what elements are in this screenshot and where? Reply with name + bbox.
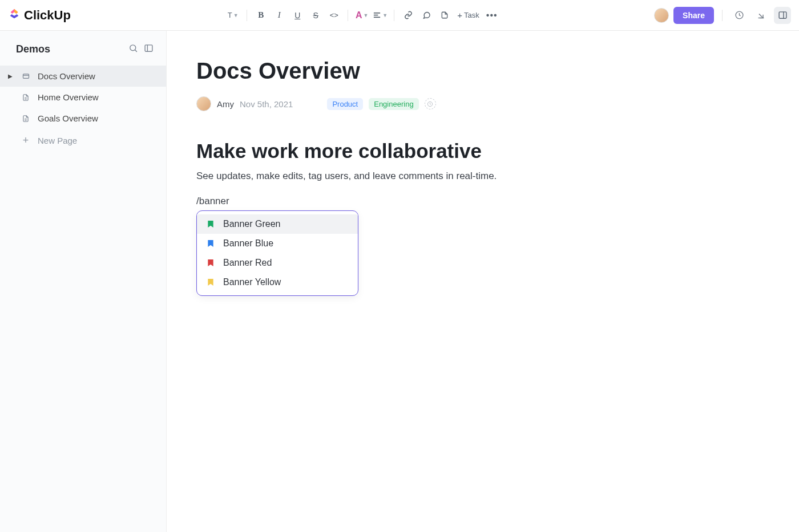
italic-button[interactable]: I — [271, 7, 287, 23]
tag-product[interactable]: Product — [327, 98, 363, 110]
doc-date: Nov 5th, 2021 — [240, 99, 293, 109]
separator — [247, 10, 247, 21]
chevron-down-icon: ▼ — [382, 13, 388, 18]
plus-icon: + — [21, 135, 31, 147]
bookmark-icon — [206, 219, 215, 229]
svg-rect-8 — [145, 45, 152, 51]
text-style-button[interactable]: T▼ — [225, 7, 241, 23]
search-icon[interactable] — [128, 43, 138, 55]
slash-menu: Banner Green Banner Blue Banner Red Bann… — [196, 210, 358, 296]
toolbar-right: Share — [654, 7, 791, 24]
menu-item-label: Banner Green — [223, 219, 281, 229]
doc-stack-icon — [21, 72, 31, 80]
add-task-button[interactable]: +Task — [455, 7, 482, 23]
page-button[interactable] — [437, 7, 453, 23]
menu-item-banner-blue[interactable]: Banner Blue — [197, 234, 358, 253]
menu-item-label: Banner Red — [223, 258, 272, 268]
toolbar-center: T▼ B I U S <> A▼ ▼ — [71, 7, 654, 23]
menu-item-label: Banner Yellow — [223, 277, 281, 287]
chevron-down-icon: ▼ — [364, 13, 369, 18]
svg-rect-10 — [23, 74, 29, 79]
link-button[interactable] — [400, 7, 416, 23]
doc-meta: Amy Nov 5th, 2021 Product Engineering — [196, 96, 710, 111]
font-color-button[interactable]: A▼ — [354, 7, 370, 23]
chevron-down-icon: ▼ — [233, 13, 239, 18]
brand: ClickUp — [8, 7, 71, 23]
separator — [722, 10, 723, 21]
code-button[interactable]: <> — [326, 7, 342, 23]
brand-name: ClickUp — [24, 8, 71, 23]
caret-right-icon: ▶ — [7, 73, 14, 79]
doc-icon — [21, 114, 31, 123]
svg-line-7 — [135, 50, 137, 52]
sidebar-item-home-overview[interactable]: ▶ Home Overview — [0, 87, 166, 108]
page-title[interactable]: Docs Overview — [196, 58, 710, 84]
doc-paragraph[interactable]: See updates, make edits, tag users, and … — [196, 170, 710, 182]
user-avatar[interactable] — [654, 8, 669, 23]
sidebar-title: Demos — [16, 43, 50, 55]
separator — [394, 10, 394, 21]
sidebar-item-docs-overview[interactable]: ▶ Docs Overview — [0, 66, 166, 87]
comment-button[interactable] — [418, 7, 434, 23]
clickup-logo-icon — [8, 7, 21, 23]
doc-heading[interactable]: Make work more collaborative — [196, 140, 710, 163]
more-button[interactable]: ••• — [484, 7, 500, 23]
sidebar-new-page[interactable]: ▶ + New Page — [0, 129, 166, 152]
doc-icon — [21, 93, 31, 102]
align-button[interactable]: ▼ — [372, 7, 388, 23]
document-area: Docs Overview Amy Nov 5th, 2021 Product … — [167, 31, 799, 532]
svg-rect-4 — [779, 12, 786, 18]
sidebar-item-label: Goals Overview — [38, 113, 98, 123]
menu-item-banner-yellow[interactable]: Banner Yellow — [197, 273, 358, 292]
strikethrough-button[interactable]: S — [308, 7, 324, 23]
tag-engineering[interactable]: Engineering — [369, 98, 418, 110]
share-button[interactable]: Share — [673, 7, 714, 24]
sidebar-item-goals-overview[interactable]: ▶ Goals Overview — [0, 108, 166, 129]
author-name: Amy — [217, 99, 234, 109]
history-button[interactable] — [731, 7, 748, 24]
sidebar: Demos ▶ Docs Overview ▶ — [0, 31, 167, 532]
sidebar-item-label: Home Overview — [38, 92, 99, 102]
slash-command-text[interactable]: /banner — [196, 196, 710, 207]
main: Demos ▶ Docs Overview ▶ — [0, 31, 799, 532]
sidebar-item-label: Docs Overview — [38, 71, 95, 81]
svg-point-6 — [130, 45, 136, 51]
panel-toggle-button[interactable] — [774, 7, 791, 24]
underline-button[interactable]: U — [289, 7, 305, 23]
topbar: ClickUp T▼ B I U S <> A▼ ▼ — [0, 0, 799, 31]
menu-item-banner-red[interactable]: Banner Red — [197, 253, 358, 273]
download-button[interactable] — [752, 7, 769, 24]
menu-item-banner-green[interactable]: Banner Green — [197, 214, 358, 234]
separator — [348, 10, 348, 21]
collapse-sidebar-icon[interactable] — [144, 43, 154, 55]
author-avatar[interactable] — [196, 96, 211, 111]
bold-button[interactable]: B — [253, 7, 269, 23]
sidebar-item-label: New Page — [38, 136, 77, 145]
add-tag-button[interactable] — [425, 98, 436, 109]
bookmark-icon — [206, 258, 215, 268]
menu-item-label: Banner Blue — [223, 238, 273, 249]
bookmark-icon — [206, 277, 215, 287]
bookmark-icon — [206, 238, 215, 249]
